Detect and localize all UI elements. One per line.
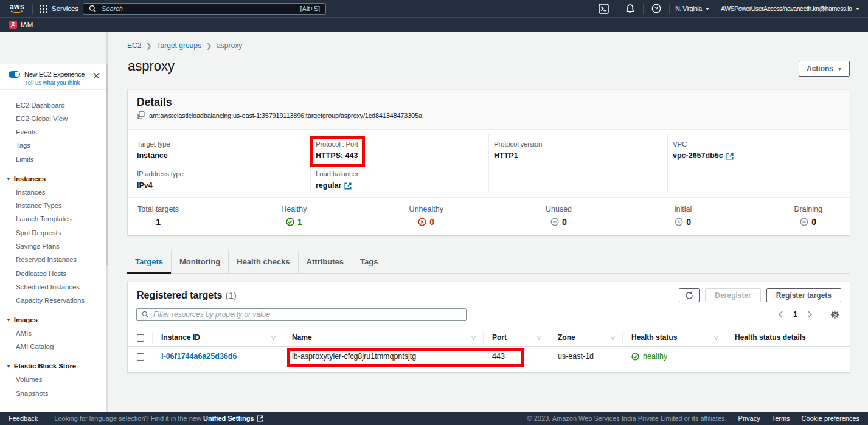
sidebar-item-tags[interactable]: Tags: [0, 139, 106, 153]
sidebar-item-instance-types[interactable]: Instance Types: [0, 199, 106, 212]
stat-label: Healthy: [281, 206, 307, 213]
tab-health-checks[interactable]: Health checks: [228, 251, 297, 273]
region-label: N. Virginia: [675, 5, 701, 12]
field-label: Protocol : Port: [316, 140, 484, 148]
privacy-link[interactable]: Privacy: [738, 415, 760, 422]
tab-monitoring[interactable]: Monitoring: [171, 251, 228, 273]
sidebar-item-ec2-global-view[interactable]: EC2 Global View: [0, 112, 106, 125]
global-search[interactable]: [Alt+S]: [83, 3, 326, 15]
sidebar-item-limits[interactable]: Limits: [0, 153, 106, 166]
tell-us-link[interactable]: Tell us what you think: [25, 79, 97, 86]
actions-button[interactable]: Actions ▼: [799, 61, 850, 77]
breadcrumb-ec2[interactable]: EC2: [127, 41, 141, 50]
search-shortcut: [Alt+S]: [300, 5, 320, 12]
triangle-down-icon: ▼: [6, 175, 11, 183]
sort-icon[interactable]: ▽: [611, 334, 616, 340]
sidebar-item-amis[interactable]: AMIs: [0, 327, 106, 340]
notifications-button[interactable]: [623, 4, 637, 14]
sidebar-item-events[interactable]: Events: [0, 126, 106, 139]
breadcrumb-target-groups[interactable]: Target groups: [157, 41, 201, 50]
refresh-button[interactable]: [679, 288, 700, 302]
sort-icon[interactable]: ▽: [271, 334, 277, 340]
table-header-row: Instance ID▽ Name▽ Port▽ Zone▽ Health st…: [128, 329, 850, 346]
instance-id-link[interactable]: i-06f1744a6a25d36d6: [161, 352, 237, 361]
search-input[interactable]: [102, 5, 300, 12]
sidebar-item-spot-requests[interactable]: Spot Requests: [0, 226, 106, 240]
sidebar-section-images[interactable]: ▼Images: [0, 313, 106, 327]
stat-unhealthy: Unhealthy 0: [409, 206, 443, 236]
column-header-health-status-details[interactable]: Health status details: [726, 329, 850, 346]
register-targets-button[interactable]: Register targets: [766, 288, 841, 302]
next-page-button[interactable]: [802, 311, 818, 318]
region-selector[interactable]: N. Virginia ▼: [675, 5, 709, 12]
gear-icon[interactable]: [829, 309, 841, 320]
vpc-link[interactable]: vpc-2657db5c: [673, 151, 845, 161]
column-header-port[interactable]: Port▽: [483, 329, 549, 346]
tab-attributes[interactable]: Attributes: [298, 251, 352, 273]
cloudshell-button[interactable]: [596, 4, 611, 14]
stat-label: Unused: [546, 206, 572, 213]
sidebar-item-launch-templates[interactable]: Launch Templates: [0, 213, 106, 226]
sidebar-item-scheduled-instances[interactable]: Scheduled Instances: [0, 280, 106, 294]
column-label: Name: [292, 333, 312, 342]
field-label: IP address type: [137, 170, 305, 178]
sidebar-section-elastic-block-store[interactable]: ▼Elastic Block Store: [0, 360, 106, 373]
field-label: Target type: [137, 140, 305, 148]
column-header-health-status[interactable]: Health status▽: [622, 329, 726, 346]
account-menu[interactable]: AWSPowerUserAccess/navaneeth.kn@harness.…: [721, 5, 859, 12]
load-balancer-link[interactable]: regular: [316, 181, 484, 190]
feedback-link[interactable]: Feedback: [9, 415, 38, 422]
tab-targets[interactable]: Targets: [127, 251, 171, 273]
targets-summary: Total targets 1 Healthy 1 Unhealthy 0 Un…: [128, 197, 850, 236]
column-header-name[interactable]: Name▽: [283, 329, 483, 346]
pagination: 1: [773, 308, 841, 321]
copy-icon[interactable]: [137, 111, 145, 119]
page-number[interactable]: 1: [788, 310, 802, 319]
cookie-preferences-link[interactable]: Cookie preferences: [802, 415, 859, 422]
sort-icon[interactable]: ▽: [537, 334, 543, 340]
sidebar-item-snapshots[interactable]: Snapshots: [0, 387, 106, 400]
sidebar-item-volumes[interactable]: Volumes: [0, 373, 106, 387]
bell-icon: [625, 4, 635, 14]
sort-icon[interactable]: ▽: [714, 334, 720, 340]
sidebar-section-instances[interactable]: ▼Instances: [0, 172, 106, 185]
new-experience-toggle[interactable]: [9, 71, 20, 78]
deregister-button[interactable]: Deregister: [705, 288, 760, 302]
previous-page-button[interactable]: [773, 311, 788, 318]
stat-label: Unhealthy: [409, 206, 443, 213]
aws-logo[interactable]: aws: [9, 4, 26, 13]
svg-text:?: ?: [655, 5, 659, 12]
filter-input[interactable]: [153, 310, 461, 319]
sidebar-item-ec2-dashboard[interactable]: EC2 Dashboard: [0, 98, 106, 112]
favorite-iam-link[interactable]: IAM: [9, 21, 33, 29]
sort-icon[interactable]: ▽: [471, 334, 477, 340]
field-protocol-version: Protocol version HTTP1: [494, 140, 662, 161]
sidebar-section-label: Elastic Block Store: [14, 362, 76, 370]
column-header-instance-id[interactable]: Instance ID▽: [152, 329, 283, 346]
stat-draining: Draining 0: [794, 206, 822, 236]
row-checkbox[interactable]: [137, 353, 144, 361]
sidebar-item-dedicated-hosts[interactable]: Dedicated Hosts: [0, 267, 106, 280]
tab-tags[interactable]: Tags: [352, 251, 386, 273]
sidebar-item-ami-catalog[interactable]: AMI Catalog: [0, 340, 106, 354]
sidebar-item-savings-plans[interactable]: Savings Plans: [0, 240, 106, 253]
help-button[interactable]: ?: [649, 4, 664, 13]
services-menu[interactable]: Services: [40, 5, 78, 13]
column-label: Instance ID: [161, 333, 200, 342]
close-icon[interactable]: [93, 72, 100, 79]
column-header-zone[interactable]: Zone▽: [549, 329, 622, 346]
sidebar-item-capacity-reservations[interactable]: Capacity Reservations: [0, 294, 106, 307]
unified-settings-link[interactable]: Unified Settings: [203, 415, 254, 422]
select-all-checkbox[interactable]: [137, 334, 144, 342]
target-zone-cell: us-east-1d: [549, 346, 622, 367]
triangle-down-icon: ▼: [6, 316, 11, 324]
sidebar-item-instances[interactable]: Instances: [0, 185, 106, 199]
terms-link[interactable]: Terms: [772, 415, 790, 422]
cloudshell-terminal-icon: [599, 4, 609, 14]
stat-value: 0: [811, 217, 816, 227]
sidebar-item-reserved-instances[interactable]: Reserved Instances: [0, 254, 106, 267]
sidebar-scrollbar-thumb[interactable]: [106, 64, 108, 265]
services-label: Services: [52, 5, 78, 12]
registered-targets-title: Registered targets: [137, 290, 223, 300]
table-row: i-06f1744a6a25d36d6 lb-asproxytyler-cfcg…: [128, 346, 850, 367]
